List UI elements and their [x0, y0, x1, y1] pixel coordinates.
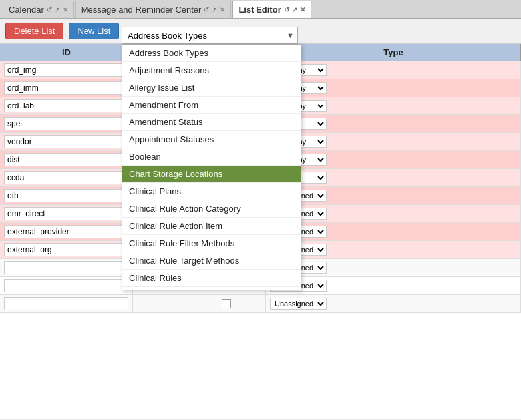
- id-input[interactable]: [4, 279, 128, 292]
- td-type: UnassignedCompanyPerson: [266, 187, 521, 204]
- tab-messages-refresh[interactable]: ↺: [204, 6, 209, 13]
- dropdown-item[interactable]: Appointment Statuses: [122, 131, 301, 148]
- td-type: UnassignedCompanyPerson: [266, 241, 521, 258]
- td-id: [0, 133, 133, 150]
- tab-list-editor-refresh[interactable]: ↺: [284, 6, 289, 13]
- type-select-wrapper: UnassignedCompanyPerson: [270, 298, 327, 310]
- dropdown-item[interactable]: Adjustment Reasons: [122, 62, 301, 79]
- edit-list-dropdown-container: Address Book Types ▼ Address Book TypesA…: [122, 27, 298, 44]
- td-id: [0, 97, 133, 114]
- tab-messages-pop[interactable]: ↗: [212, 6, 217, 13]
- td-id: [0, 205, 133, 222]
- selected-list-value: Address Book Types: [128, 31, 207, 41]
- td-type: UnassignedCompanyPerson: [266, 115, 521, 132]
- id-input[interactable]: [4, 81, 128, 95]
- tab-messages-close[interactable]: ✕: [220, 6, 225, 13]
- td-type: UnassignedCompanyPerson: [266, 151, 521, 168]
- td-id: [0, 259, 133, 276]
- td-id: [0, 223, 133, 240]
- dropdown-list[interactable]: Address Book TypesAdjustment ReasonsAlle…: [122, 44, 301, 290]
- dropdown-chevron-icon: ▼: [287, 31, 294, 39]
- type-select[interactable]: UnassignedCompanyPerson: [270, 298, 327, 310]
- dropdown-item[interactable]: Clinical Rule Filter Methods: [122, 235, 301, 252]
- dropdown-item[interactable]: Clinical Rules: [122, 270, 301, 287]
- id-input[interactable]: [4, 189, 128, 202]
- id-input[interactable]: [4, 297, 128, 310]
- id-input[interactable]: [4, 135, 128, 148]
- tab-list-editor-label: List Editor: [238, 5, 281, 15]
- td-id: [0, 241, 133, 258]
- td-type: UnassignedCompanyPerson: [266, 205, 521, 222]
- dropdown-item[interactable]: Boolean: [122, 148, 301, 166]
- dropdown-item[interactable]: Clinical Rule Action Item: [122, 218, 301, 235]
- dropdown-item[interactable]: Amendment Status: [122, 114, 301, 131]
- tab-messages-label: Message and Reminder Center: [81, 5, 202, 15]
- tab-list-editor[interactable]: List Editor ↺ ↗ ✕: [232, 1, 311, 18]
- id-input[interactable]: [4, 261, 128, 274]
- td-id: [0, 61, 133, 79]
- id-input[interactable]: [4, 117, 128, 130]
- tab-calendar[interactable]: Calendar ↺ ↗ ✕: [3, 1, 74, 18]
- td-id: [0, 115, 133, 132]
- td-active: [186, 295, 266, 312]
- td-id: [0, 169, 133, 186]
- toolbar: Delete List New List Edit list: Address …: [0, 19, 521, 44]
- inactive-checkbox[interactable]: [222, 299, 231, 308]
- dropdown-item[interactable]: Clinical Plans: [122, 183, 301, 200]
- dropdown-item[interactable]: Clinical Rule Target Methods: [122, 252, 301, 270]
- td-type: UnassignedCompanyPerson: [266, 277, 521, 294]
- dropdown-item[interactable]: Chart Storage Locations: [122, 166, 301, 183]
- td-id: [0, 187, 133, 204]
- td-type: UnassignedCompanyPerson: [266, 133, 521, 150]
- id-input[interactable]: [4, 225, 128, 238]
- td-id: [0, 295, 133, 312]
- tab-calendar-refresh[interactable]: ↺: [47, 6, 52, 13]
- col-type: Type: [266, 44, 521, 61]
- tab-list-editor-close[interactable]: ✕: [300, 6, 305, 13]
- td-id: [0, 277, 133, 294]
- dropdown-item[interactable]: Amendment From: [122, 97, 301, 114]
- id-input[interactable]: [4, 243, 128, 256]
- dropdown-item[interactable]: Allergy Issue List: [122, 79, 301, 97]
- col-id: ID: [0, 44, 133, 61]
- tab-calendar-label: Calendar: [9, 5, 44, 15]
- new-list-button[interactable]: New List: [69, 23, 119, 39]
- dropdown-item[interactable]: Address Book Types: [122, 45, 301, 62]
- tab-calendar-pop[interactable]: ↗: [55, 6, 60, 13]
- tab-list-editor-pop[interactable]: ↗: [292, 6, 297, 13]
- tab-calendar-close[interactable]: ✕: [63, 6, 68, 13]
- id-input[interactable]: [4, 207, 128, 220]
- td-type: UnassignedCompanyPerson: [266, 61, 521, 79]
- table-row: UnassignedCompanyPerson: [0, 295, 521, 313]
- delete-list-button[interactable]: Delete List: [5, 23, 63, 39]
- tab-messages[interactable]: Message and Reminder Center ↺ ↗ ✕: [75, 1, 232, 18]
- td-id: [0, 151, 133, 168]
- td-type: UnassignedCompanyPerson: [266, 223, 521, 240]
- tab-bar: Calendar ↺ ↗ ✕ Message and Reminder Cent…: [0, 0, 521, 19]
- dropdown-item[interactable]: Clinical Rule Action Category: [122, 200, 301, 218]
- td-type: UnassignedCompanyPerson: [266, 259, 521, 276]
- edit-list-select-wrapper[interactable]: Address Book Types ▼: [122, 27, 298, 44]
- td-type: UnassignedCompanyPerson: [266, 295, 521, 312]
- td-type: UnassignedCompanyPerson: [266, 79, 521, 97]
- edit-list-select[interactable]: Address Book Types ▼: [122, 27, 298, 44]
- td-blank: [133, 295, 186, 312]
- id-input[interactable]: [4, 171, 128, 184]
- td-type: UnassignedCompanyPerson: [266, 169, 521, 186]
- id-input[interactable]: [4, 63, 128, 77]
- td-type: UnassignedCompanyPerson: [266, 97, 521, 114]
- td-id: [0, 79, 133, 97]
- dropdown-item[interactable]: Clinical Rules Age Intervals: [122, 287, 301, 290]
- id-input[interactable]: [4, 99, 128, 112]
- id-input[interactable]: [4, 153, 128, 166]
